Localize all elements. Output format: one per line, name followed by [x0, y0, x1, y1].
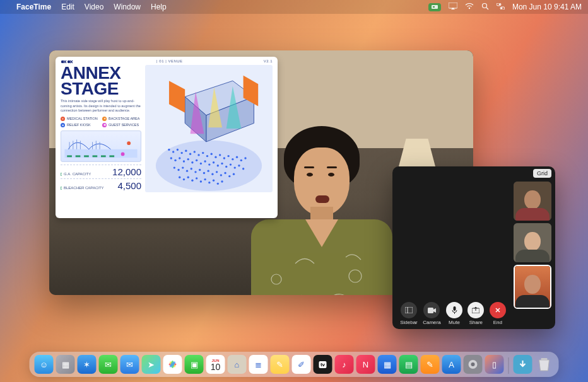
dock-app-mail[interactable]: ✉ — [121, 355, 139, 374]
svg-point-51 — [174, 159, 176, 161]
svg-point-59 — [208, 163, 210, 165]
svg-marker-100 — [169, 81, 185, 112]
svg-point-34 — [180, 152, 182, 154]
svg-point-81 — [228, 175, 230, 177]
dock-app-settings[interactable] — [464, 355, 483, 374]
svg-point-62 — [221, 163, 223, 165]
svg-point-54 — [187, 158, 189, 160]
screen-mirror-icon[interactable] — [449, 3, 457, 11]
participant-thumb-2[interactable] — [514, 223, 551, 262]
svg-rect-20 — [109, 155, 114, 157]
svg-point-48 — [240, 159, 242, 161]
dock-trash[interactable] — [535, 355, 554, 374]
dock-app-keynote[interactable]: ▦ — [378, 355, 397, 374]
dock-app-facetime[interactable]: ▣ — [185, 355, 204, 374]
menu-video[interactable]: Video — [85, 3, 103, 11]
svg-point-89 — [204, 178, 206, 180]
screen-share-indicator[interactable] — [428, 3, 441, 11]
svg-point-10 — [271, 274, 281, 284]
dock-app-safari[interactable]: ✶ — [78, 355, 97, 374]
menu-help[interactable]: Help — [151, 3, 167, 11]
dock-app-news[interactable]: N — [356, 355, 375, 374]
svg-point-83 — [179, 177, 180, 178]
dock: ☺▦✶✉✉➤▣JUN10⌂≣✎✐tv♪N▦▤✎A▯ — [30, 352, 559, 377]
svg-point-55 — [191, 161, 193, 163]
participant-thumbnails — [514, 182, 551, 309]
dock-app-messages[interactable]: ✉ — [99, 355, 118, 374]
dock-app-pages[interactable]: ✎ — [421, 355, 440, 374]
svg-point-91 — [213, 180, 215, 182]
legend-label: BACKSTAGE AREA — [109, 117, 139, 120]
control-label: Share — [469, 320, 483, 325]
svg-point-3 — [469, 8, 470, 9]
participant-thumb-1[interactable] — [514, 182, 551, 221]
svg-point-56 — [196, 159, 197, 161]
capacity-row: [BLEACHER CAPACITY 4,500 — [61, 178, 141, 192]
dock-app-freeform[interactable]: ✐ — [292, 355, 311, 374]
dock-app-finder[interactable]: ☺ — [35, 355, 54, 374]
dock-app-maps[interactable]: ➤ — [142, 355, 161, 374]
svg-point-41 — [211, 153, 213, 155]
svg-marker-105 — [433, 308, 436, 313]
legend-label: GUEST SERVICES — [109, 123, 139, 127]
legend-label: RELIEF KIOSK — [67, 123, 91, 127]
menu-datetime[interactable]: Mon Jun 10 9:41 AM — [512, 3, 582, 11]
dock-app-app-store[interactable]: A — [442, 355, 461, 374]
control-label: End — [493, 320, 502, 325]
svg-point-35 — [185, 150, 187, 152]
dock-app-reminders[interactable]: ≣ — [249, 355, 268, 374]
svg-point-75 — [203, 172, 205, 174]
dock-app-launchpad[interactable]: ▦ — [56, 355, 75, 374]
facetime-controls: Sidebar Camera Mute Share End — [397, 302, 509, 325]
control-mute[interactable]: Mute — [446, 302, 462, 325]
control-label: Camera — [423, 320, 440, 325]
dock-app-tv[interactable]: tv — [314, 355, 332, 374]
dock-downloads[interactable] — [514, 355, 532, 374]
shared-screen-slide: | 01 | VENUE V2.1 ANNEX STAGE This intim… — [56, 57, 278, 218]
menu-edit[interactable]: Edit — [61, 3, 74, 11]
dock-app-notes[interactable]: ✎ — [271, 355, 290, 374]
legend-dot-backstage: ✦ — [102, 117, 107, 121]
control-sidebar[interactable]: Sidebar — [400, 302, 418, 325]
svg-point-78 — [216, 171, 218, 173]
control-end[interactable]: End — [490, 302, 506, 325]
dock-app-music[interactable]: ♪ — [335, 355, 354, 374]
svg-rect-15 — [67, 155, 72, 157]
svg-rect-16 — [76, 155, 81, 157]
slide-isometric-map — [145, 65, 273, 192]
svg-point-77 — [211, 173, 213, 175]
facetime-controls-window[interactable]: Grid Sidebar Camera Mute — [392, 166, 555, 329]
control-label: Sidebar — [400, 320, 418, 325]
control-center-icon[interactable] — [497, 3, 505, 11]
svg-point-50 — [170, 157, 172, 159]
svg-point-46 — [232, 158, 233, 160]
svg-rect-2 — [449, 3, 457, 8]
svg-point-116 — [471, 362, 475, 366]
capacity-label: BLEACHER CAPACITY — [64, 186, 104, 190]
dock-app-calendar[interactable]: JUN10 — [206, 355, 225, 374]
app-menu[interactable]: FaceTime — [16, 3, 51, 11]
dock-app-photos[interactable] — [163, 355, 182, 374]
wifi-icon[interactable] — [465, 3, 474, 11]
svg-point-79 — [220, 174, 222, 176]
control-camera[interactable]: Camera — [423, 302, 440, 325]
svg-point-43 — [219, 154, 221, 156]
legend-label: MEDICAL STATION — [67, 117, 98, 120]
menu-bar: FaceTime Edit Video Window Help Mon Jun … — [0, 0, 588, 14]
svg-point-64 — [230, 163, 232, 165]
svg-point-53 — [183, 160, 185, 162]
svg-point-4 — [482, 3, 486, 8]
control-share[interactable]: Share — [467, 302, 484, 325]
dock-app-numbers[interactable]: ▤ — [399, 355, 418, 374]
dock-app-contacts[interactable]: ⌂ — [228, 355, 247, 374]
spotlight-icon[interactable] — [481, 3, 489, 12]
svg-point-63 — [225, 166, 227, 168]
svg-point-85 — [187, 177, 189, 178]
dock-app-iphone-mirroring[interactable]: ▯ — [485, 355, 504, 374]
svg-point-42 — [215, 156, 216, 158]
grid-toggle-button[interactable]: Grid — [533, 169, 551, 178]
self-view-thumb[interactable] — [514, 265, 551, 309]
svg-rect-1 — [433, 6, 435, 8]
svg-point-7 — [499, 4, 501, 6]
menu-window[interactable]: Window — [114, 3, 141, 11]
